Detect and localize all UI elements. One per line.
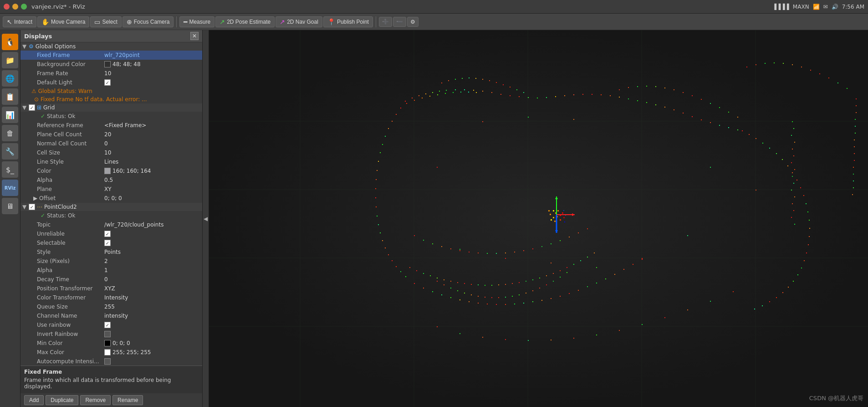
- svg-rect-194: [655, 86, 656, 87]
- reference-frame-row[interactable]: Reference Frame <Fixed Frame>: [20, 121, 202, 130]
- invert-rainbow-row[interactable]: Invert Rainbow: [20, 330, 202, 339]
- sidebar-icon-bottom[interactable]: 🖥: [2, 198, 18, 214]
- cell-size-row[interactable]: Cell Size 10: [20, 148, 202, 157]
- pc2-checkbox[interactable]: ✓: [29, 204, 35, 210]
- topic-row[interactable]: Topic /wlr_720/cloud_points: [20, 220, 202, 229]
- rename-button[interactable]: Rename: [112, 395, 143, 405]
- svg-rect-22: [491, 92, 492, 93]
- sidebar-icon-3[interactable]: 📋: [2, 88, 18, 105]
- autocompute-checkbox[interactable]: [104, 358, 111, 365]
- min-color-row[interactable]: Min Color 0; 0; 0: [20, 339, 202, 348]
- svg-rect-68: [792, 172, 793, 173]
- svg-rect-312: [619, 330, 620, 331]
- plane-row[interactable]: Plane XY: [20, 185, 202, 194]
- fixed-frame-row[interactable]: Fixed Frame wlr_720point: [20, 51, 202, 60]
- svg-rect-252: [491, 297, 492, 298]
- toolbar-settings-button[interactable]: ⚙: [407, 17, 419, 27]
- svg-rect-67: [787, 165, 788, 166]
- select-button[interactable]: ▭ Select: [90, 16, 121, 27]
- focus-camera-button[interactable]: ⊕ Focus Camera: [123, 16, 174, 27]
- topic-value: /wlr_720/cloud_points: [104, 222, 200, 228]
- publish-point-button[interactable]: 📍 Publish Point: [323, 16, 373, 27]
- sidebar-icon-4-glyph: 📊: [5, 111, 15, 119]
- sidebar-icon-1[interactable]: 📁: [2, 52, 18, 68]
- svg-rect-133: [605, 278, 606, 279]
- interact-button[interactable]: ↖ Interact: [3, 16, 36, 27]
- use-rainbow-checkbox[interactable]: ✓: [104, 322, 111, 328]
- toolbar-minus-button[interactable]: ➖: [393, 17, 406, 27]
- svg-rect-142: [792, 149, 793, 149]
- pointcloud2-header[interactable]: ▼ ✓ ⋯ PointCloud2: [20, 203, 202, 211]
- svg-rect-273: [551, 263, 551, 263]
- collapse-panel-button[interactable]: ◀: [203, 30, 209, 407]
- warn-icon: ⚠: [31, 88, 36, 94]
- offset-row[interactable]: ▶ Offset 0; 0; 0: [20, 194, 202, 203]
- global-options-header[interactable]: ▼ ⚙ Global Options: [20, 42, 202, 51]
- displays-buttons: Add Duplicate Remove Rename: [20, 393, 202, 407]
- color-transformer-row[interactable]: Color Transformer Intensity: [20, 293, 202, 302]
- grid-header[interactable]: ▼ ✓ ⊞ Grid: [20, 103, 202, 112]
- svg-rect-290: [505, 284, 506, 285]
- grid-alpha-row[interactable]: Alpha 0.5: [20, 175, 202, 185]
- duplicate-button[interactable]: Duplicate: [46, 395, 78, 405]
- viewport[interactable]: CSDN @机器人虎哥: [209, 30, 868, 407]
- sidebar-icon-terminal[interactable]: $_: [2, 161, 18, 178]
- invert-rainbow-checkbox[interactable]: [104, 331, 111, 337]
- size-pixels-row[interactable]: Size (Pixels) 2: [20, 257, 202, 266]
- sidebar-icon-ubuntu[interactable]: 🐧: [2, 34, 18, 50]
- autocompute-row[interactable]: Autocompute Intensi...: [20, 357, 202, 366]
- normal-cell-count-value: 0: [104, 140, 200, 147]
- svg-rect-95: [380, 152, 381, 153]
- minimize-button[interactable]: [12, 4, 18, 10]
- svg-rect-112: [414, 283, 415, 284]
- unreliable-value: ✓: [104, 231, 200, 237]
- 2d-nav-button[interactable]: ↗ 2D Nav Goal: [276, 16, 322, 27]
- use-rainbow-row[interactable]: Use rainbow ✓: [20, 320, 202, 330]
- unreliable-name: Unreliable: [22, 231, 104, 237]
- window-title: vanjee.rviz* - RViz: [31, 3, 85, 10]
- unreliable-row[interactable]: Unreliable ✓: [20, 229, 202, 238]
- channel-name-row[interactable]: Channel Name intensity: [20, 311, 202, 320]
- plane-value: XY: [104, 186, 200, 192]
- default-light-row[interactable]: Default Light ✓: [20, 78, 202, 87]
- sidebar-icon-rviz[interactable]: RViz: [2, 180, 18, 196]
- default-light-checkbox[interactable]: ✓: [104, 79, 111, 86]
- svg-rect-276: [409, 267, 410, 268]
- grid-color-row[interactable]: Color 160; 160; 164: [20, 166, 202, 175]
- offset-name: ▶ Offset: [22, 195, 104, 201]
- line-style-row[interactable]: Line Style Lines: [20, 157, 202, 166]
- background-color-row[interactable]: Background Color 48; 48; 48: [20, 60, 202, 69]
- selectable-row[interactable]: Selectable ✓: [20, 238, 202, 247]
- toolbar-plus-button[interactable]: ➕: [379, 17, 392, 27]
- remove-button[interactable]: Remove: [80, 395, 111, 405]
- queue-size-row[interactable]: Queue Size 255: [20, 302, 202, 311]
- measure-button[interactable]: ━ Measure: [179, 16, 214, 27]
- 2d-pose-button[interactable]: ↗ 2D Pose Estimate: [215, 16, 275, 27]
- sidebar-icon-2[interactable]: 🌐: [2, 70, 18, 87]
- pc2-alpha-row[interactable]: Alpha 1: [20, 266, 202, 275]
- sidebar-icon-5[interactable]: 🗑: [2, 125, 18, 141]
- close-button[interactable]: [4, 4, 10, 10]
- position-transformer-row[interactable]: Position Transformer XYZ: [20, 284, 202, 293]
- max-color-row[interactable]: Max Color 255; 255; 255: [20, 348, 202, 357]
- add-button[interactable]: Add: [24, 395, 44, 405]
- move-camera-button[interactable]: ✋ Move Camera: [37, 16, 89, 27]
- displays-content[interactable]: ▼ ⚙ Global Options Fixed Frame wlr_720po…: [20, 42, 202, 366]
- displays-close-button[interactable]: ✕: [190, 32, 199, 40]
- selectable-checkbox[interactable]: ✓: [104, 240, 111, 246]
- grid-checkbox[interactable]: ✓: [29, 104, 35, 111]
- channel-name-name: Channel Name: [22, 313, 104, 319]
- global-status-warn-label: Global Status: Warn: [38, 88, 92, 94]
- maximize-button[interactable]: [21, 4, 27, 10]
- frame-rate-row[interactable]: Frame Rate 10: [20, 69, 202, 78]
- unreliable-checkbox[interactable]: ✓: [104, 231, 111, 237]
- plane-cell-count-row[interactable]: Plane Cell Count 20: [20, 130, 202, 139]
- svg-rect-15: [432, 92, 433, 93]
- tray-gpu: MAXN: [793, 4, 809, 10]
- style-row[interactable]: Style Points: [20, 247, 202, 257]
- decay-time-row[interactable]: Decay Time 0: [20, 275, 202, 284]
- normal-cell-count-row[interactable]: Normal Cell Count 0: [20, 139, 202, 148]
- sidebar-icon-4[interactable]: 📊: [2, 107, 18, 123]
- sidebar-icon-tools[interactable]: 🔧: [2, 143, 18, 160]
- svg-rect-262: [560, 277, 561, 278]
